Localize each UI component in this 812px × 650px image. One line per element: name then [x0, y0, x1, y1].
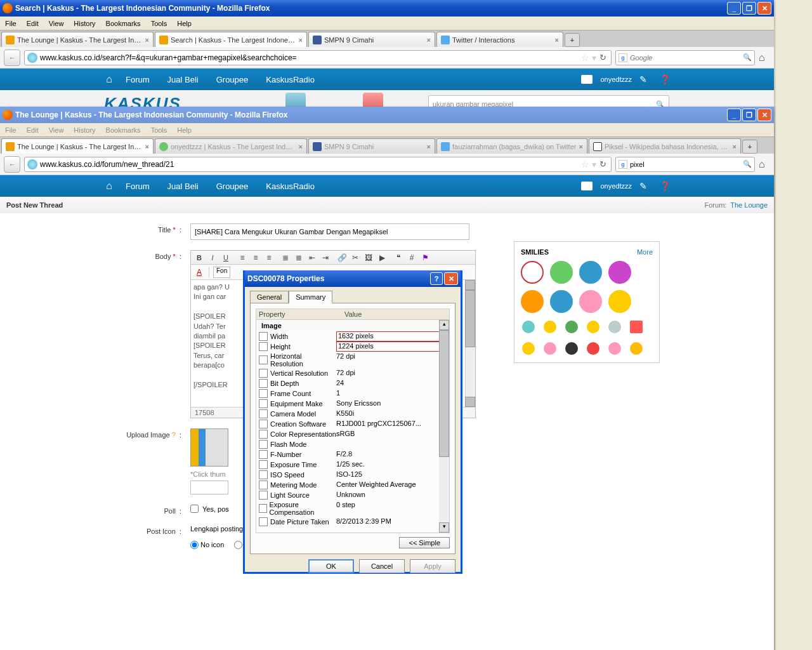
scroll-up-icon[interactable]: [465, 280, 475, 290]
username[interactable]: onyedtzzz: [600, 182, 632, 190]
close-button[interactable]: ✕: [757, 2, 771, 15]
property-row[interactable]: Width1632 pixels: [256, 331, 449, 342]
search-input[interactable]: [630, 161, 743, 168]
cancel-button[interactable]: Cancel: [359, 559, 405, 573]
scroll-thumb[interactable]: [465, 290, 475, 347]
align-center-icon[interactable]: ≡: [250, 252, 261, 263]
tab[interactable]: The Lounge | Kaskus - The Largest Indon.…: [1, 138, 154, 154]
upload-thumbnail[interactable]: [190, 428, 228, 467]
titlebar-1[interactable]: Search | Kaskus - The Largest Indonesian…: [0, 0, 774, 17]
menu-help[interactable]: Help: [177, 20, 192, 27]
quote-icon[interactable]: ❝: [393, 252, 404, 263]
close-button[interactable]: ✕: [444, 272, 458, 285]
property-row[interactable]: Frame Count1: [256, 388, 449, 399]
video-icon[interactable]: ▶: [376, 252, 388, 263]
property-row[interactable]: Vertical Resolution72 dpi: [256, 368, 449, 378]
menubar[interactable]: File Edit View History Bookmarks Tools H…: [0, 123, 774, 137]
search-icon[interactable]: 🔍: [743, 53, 752, 62]
align-right-icon[interactable]: ≡: [263, 252, 275, 263]
smiley-icon[interactable]: [608, 342, 621, 355]
nav-jualbeli[interactable]: Jual Beli: [159, 182, 207, 191]
nav-groupee[interactable]: Groupee: [207, 75, 258, 84]
nav-forum[interactable]: Forum: [117, 182, 159, 191]
reload-icon[interactable]: ↻: [599, 53, 606, 62]
list-unordered-icon[interactable]: ≣: [293, 252, 304, 263]
spoiler-icon[interactable]: ⚑: [419, 252, 431, 263]
nav-forum[interactable]: Forum: [117, 75, 159, 84]
menubar[interactable]: File Edit View History Bookmarks Tools H…: [0, 17, 774, 30]
search-input[interactable]: [630, 54, 743, 62]
property-row[interactable]: Light SourceUnknown: [256, 490, 449, 500]
smiley-icon[interactable]: [550, 261, 573, 284]
property-row[interactable]: Equipment MakeSony Ericsson: [256, 399, 449, 409]
back-button[interactable]: ←: [4, 50, 20, 66]
property-row[interactable]: Height1224 pixels: [256, 342, 449, 352]
home-icon[interactable]: ⌂: [102, 74, 117, 85]
close-tab-icon[interactable]: ×: [579, 143, 582, 150]
smiley-icon[interactable]: [630, 342, 643, 355]
smiley-icon[interactable]: [608, 290, 631, 313]
thread-title-input[interactable]: [190, 223, 469, 240]
menu-tools[interactable]: Tools: [151, 20, 167, 27]
menu-tools[interactable]: Tools: [151, 126, 167, 134]
back-button[interactable]: ←: [4, 156, 20, 173]
tab[interactable]: SMPN 9 Cimahi×: [308, 138, 435, 154]
bookmark-star-icon[interactable]: ☆: [581, 53, 589, 63]
property-list[interactable]: Image Width1632 pixelsHeight1224 pixelsH…: [256, 320, 450, 533]
user-switch-icon[interactable]: [581, 75, 593, 84]
tab[interactable]: Twitter / Interactions×: [436, 32, 563, 47]
scrollbar[interactable]: ▴ ▾: [439, 320, 449, 533]
smiley-icon[interactable]: [544, 321, 556, 333]
close-tab-icon[interactable]: ×: [145, 143, 149, 150]
tab[interactable]: SMPN 9 Cimahi×: [308, 32, 435, 47]
smiley-icon[interactable]: [522, 321, 535, 333]
menu-bookmarks[interactable]: Bookmarks: [106, 126, 141, 134]
smiley-icon[interactable]: [550, 290, 573, 313]
dialog-titlebar[interactable]: DSC00078 Properties ? ✕: [245, 270, 461, 287]
new-tab-button[interactable]: +: [742, 140, 757, 154]
smiley-icon[interactable]: [579, 290, 602, 313]
unlink-icon[interactable]: ✂: [350, 252, 361, 263]
tab-general[interactable]: General: [250, 291, 289, 303]
menu-help[interactable]: Help: [177, 126, 192, 134]
property-row[interactable]: Date Picture Taken8/2/2013 2:39 PM: [256, 517, 449, 527]
url-bar[interactable]: ☆ ▾ ↻: [24, 50, 612, 65]
help-icon[interactable]: ❓: [660, 181, 672, 191]
menu-edit[interactable]: Edit: [27, 126, 39, 134]
close-tab-icon[interactable]: ×: [427, 36, 431, 44]
smiley-icon[interactable]: [587, 342, 599, 355]
help-icon[interactable]: ❓: [660, 74, 672, 84]
menu-edit[interactable]: Edit: [27, 20, 39, 27]
nav-radio[interactable]: KaskusRadio: [257, 182, 324, 191]
property-row[interactable]: Horizontal Resolution72 dpi: [256, 352, 449, 368]
smiley-icon[interactable]: [565, 321, 578, 333]
home-icon[interactable]: ⌂: [759, 159, 770, 170]
scroll-thumb[interactable]: [439, 330, 449, 457]
menu-history[interactable]: History: [74, 126, 95, 134]
smiley-icon[interactable]: [565, 342, 578, 355]
menu-file[interactable]: File: [5, 20, 16, 27]
nav-radio[interactable]: KaskusRadio: [257, 75, 324, 84]
property-row[interactable]: Camera ModelK550i: [256, 409, 449, 419]
ok-button[interactable]: OK: [308, 559, 354, 573]
property-row[interactable]: Metering ModeCenter Weighted Average: [256, 480, 449, 490]
smiley-icon[interactable]: [522, 342, 535, 355]
outdent-icon[interactable]: ⇤: [306, 252, 318, 263]
search-icon[interactable]: 🔍: [743, 160, 752, 168]
property-row[interactable]: Color RepresentationsRGB: [256, 429, 449, 439]
titlebar-2[interactable]: The Lounge | Kaskus - The Largest Indone…: [0, 107, 774, 123]
tab[interactable]: onyedtzzz | Kaskus - The Largest Indone.…: [155, 138, 307, 154]
maximize-button[interactable]: ❐: [742, 2, 756, 15]
smiley-icon[interactable]: [521, 261, 544, 284]
list-ordered-icon[interactable]: ≣: [280, 252, 291, 263]
tab[interactable]: Search | Kaskus - The Largest Indonesia.…: [155, 32, 307, 47]
smiley-icon[interactable]: [521, 290, 544, 313]
dropdown-icon[interactable]: ▾: [592, 53, 596, 63]
bookmark-star-icon[interactable]: ☆: [581, 159, 589, 169]
simple-button[interactable]: << Simple: [399, 537, 450, 548]
help-icon[interactable]: ?: [430, 272, 443, 285]
close-tab-icon[interactable]: ×: [299, 143, 303, 150]
pencil-icon[interactable]: ✎: [639, 74, 652, 84]
minimize-button[interactable]: _: [727, 2, 741, 15]
font-color-icon[interactable]: A: [193, 267, 205, 278]
